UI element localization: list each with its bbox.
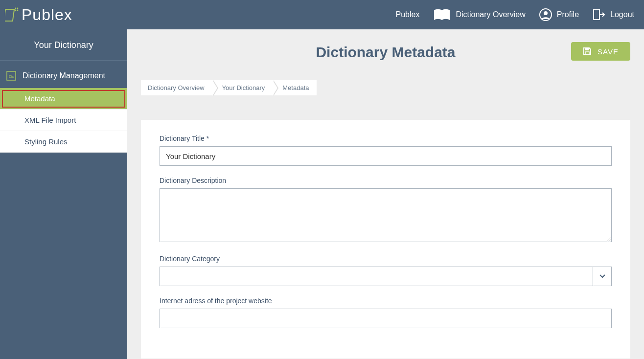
nav-profile[interactable]: Profile [539,8,579,21]
sidebar-item-xml-import[interactable]: XML File Import [0,110,127,131]
save-button[interactable]: SAVE [571,42,630,61]
chevron-down-icon [593,267,611,286]
project-url-label: Internet adress of the project website [160,297,612,305]
nav-publex-label: Publex [396,10,420,19]
sidebar-item-metadata-label: Metadata [24,94,55,103]
crumb-overview-label: Dictionary Overview [148,84,205,91]
brand-name: Publex [22,6,72,24]
svg-point-3 [15,10,17,11]
svg-point-4 [17,10,19,11]
svg-point-1 [15,8,17,9]
sidebar-title: Your Dictionary [0,29,127,61]
dictionary-category-select[interactable] [160,267,612,286]
svg-point-6 [544,11,548,15]
sidebar-submenu: Metadata XML File Import Styling Rules [0,88,127,153]
save-icon [583,47,592,56]
book-icon [433,8,451,21]
nav-logout[interactable]: Logout [593,8,634,21]
page-title: Dictionary Metadata [316,44,455,61]
dictionary-icon: Dic [6,70,17,81]
field-dictionary-title: Dictionary Title * [160,135,612,166]
app-header: Publex Publex Dictionary Overview Profil… [0,0,644,29]
sidebar-section-label: Dictionary Management [23,71,105,80]
logo-icon [5,6,19,23]
main: Your Dictionary Dic Dictionary Managemen… [0,29,644,359]
crumb-metadata[interactable]: Metadata [273,80,317,95]
content-area: Dictionary Metadata SAVE Dictionary Over… [127,29,644,359]
sidebar-item-styling-rules[interactable]: Styling Rules [0,131,127,153]
profile-icon [539,8,552,21]
svg-text:Dic: Dic [9,75,14,78]
save-button-label: SAVE [598,47,619,56]
project-url-input[interactable] [160,309,612,328]
dictionary-category-label: Dictionary Category [160,255,612,263]
top-nav: Publex Dictionary Overview Profile Logou… [396,8,634,21]
svg-point-2 [17,8,19,9]
crumb-dict-label: Your Dictionary [222,84,265,91]
sidebar-item-styling-label: Styling Rules [24,137,68,146]
dictionary-description-input[interactable] [160,188,612,242]
dictionary-title-label: Dictionary Title * [160,135,612,142]
nav-logout-label: Logout [610,10,634,19]
nav-dictionary-overview[interactable]: Dictionary Overview [433,8,525,21]
breadcrumb: Dictionary Overview Your Dictionary Meta… [141,80,630,95]
sidebar-item-metadata[interactable]: Metadata [0,88,127,110]
metadata-form: Dictionary Title * Dictionary Descriptio… [141,120,630,359]
field-dictionary-description: Dictionary Description [160,177,612,244]
nav-profile-label: Profile [557,10,579,19]
sidebar: Your Dictionary Dic Dictionary Managemen… [0,29,127,359]
logout-icon [593,8,605,21]
field-project-url: Internet adress of the project website [160,297,612,328]
sidebar-section-dictionary-management[interactable]: Dic Dictionary Management [0,61,127,88]
svg-rect-10 [585,48,589,50]
sidebar-item-xml-label: XML File Import [24,116,76,124]
field-dictionary-category: Dictionary Category [160,255,612,286]
crumb-overview[interactable]: Dictionary Overview [141,80,212,95]
brand-logo[interactable]: Publex [5,6,72,24]
dictionary-description-label: Dictionary Description [160,177,612,184]
svg-rect-0 [5,9,14,21]
crumb-your-dictionary[interactable]: Your Dictionary [212,80,273,95]
content-header: Dictionary Metadata SAVE [141,39,630,61]
dictionary-title-input[interactable] [160,146,612,166]
nav-publex[interactable]: Publex [396,10,420,19]
crumb-metadata-label: Metadata [282,84,309,91]
svg-rect-7 [594,10,599,20]
nav-overview-label: Dictionary Overview [456,10,525,19]
